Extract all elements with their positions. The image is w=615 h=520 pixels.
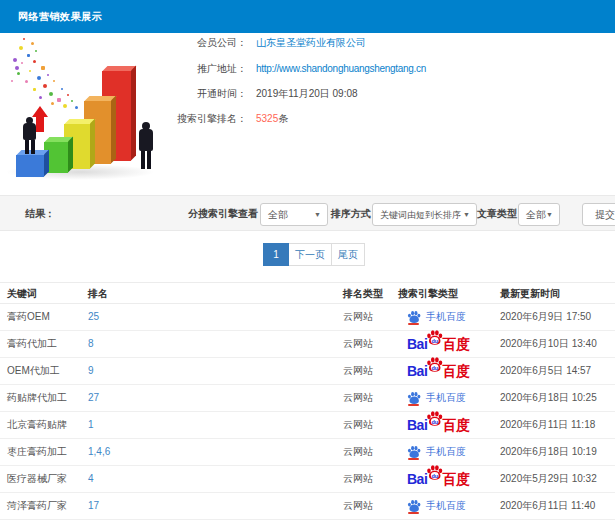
engine-filter-label: 分搜索引擎查看 xyxy=(150,207,258,221)
svg-text:du: du xyxy=(432,473,439,479)
baidu-logo-cn-text: 百度 xyxy=(442,412,470,438)
baidu-logo: Baidu百度 xyxy=(407,466,470,492)
engine-type-cell: 手机百度 xyxy=(407,439,466,465)
sort-label: 排序方式 xyxy=(331,207,371,221)
engine-type-cell: Baidu百度 xyxy=(407,331,470,357)
page-button-last[interactable]: 尾页 xyxy=(332,243,365,266)
update-time-cell: 2020年6月18日 10:19 xyxy=(500,439,597,465)
header-keyword: 关键词 xyxy=(7,283,37,304)
baidu-paw-icon: du xyxy=(426,355,443,381)
keyword-cell: 医疗器械厂家 xyxy=(7,466,67,492)
update-time-cell: 2020年5月29日 10:32 xyxy=(500,466,597,492)
rank-cell[interactable]: 17 xyxy=(88,493,99,519)
mobile-baidu-paw-icon xyxy=(407,499,420,514)
baidu-paw-icon: du xyxy=(426,409,443,435)
table-row: 药贴牌代加工27云网站手机百度2020年6月18日 10:25 xyxy=(0,385,615,412)
bar-chart-image xyxy=(5,36,170,182)
update-time-cell: 2020年6月10日 13:40 xyxy=(500,331,597,357)
rank-type-cell: 云网站 xyxy=(343,358,373,384)
page-button-next[interactable]: 下一页 xyxy=(289,243,332,266)
filter-bar: 结果： 分搜索引擎查看 全部 ▼ 排序方式 关键词由短到长排序 ▼ 文章类型 全… xyxy=(0,195,615,231)
mobile-baidu-label: 手机百度 xyxy=(426,493,466,519)
svg-text:du: du xyxy=(432,365,439,371)
baidu-logo-bai-text: Bai xyxy=(407,466,427,492)
mobile-baidu-logo: 手机百度 xyxy=(407,304,466,330)
businessman-figure-right xyxy=(139,122,153,169)
rank-count-value: 5325 xyxy=(256,113,278,124)
rank-cell[interactable]: 9 xyxy=(88,358,94,384)
header-update-time: 最新更新时间 xyxy=(500,283,560,304)
rank-type-cell: 云网站 xyxy=(343,412,373,438)
results-table: 关键词 排名 排名类型 搜索引擎类型 最新更新时间 膏药OEM25云网站手机百度… xyxy=(0,282,615,520)
update-time-cell: 2020年6月18日 10:25 xyxy=(500,385,597,411)
sort-select[interactable]: 关键词由短到长排序 ▼ xyxy=(372,203,477,226)
engine-filter-select[interactable]: 全部 ▼ xyxy=(260,203,328,226)
rank-cell[interactable]: 8 xyxy=(88,331,94,357)
keyword-cell: 药贴牌代加工 xyxy=(7,385,67,411)
rank-cell[interactable]: 25 xyxy=(88,304,99,330)
engine-type-cell: 手机百度 xyxy=(407,385,466,411)
rank-cell[interactable]: 1 xyxy=(88,412,94,438)
rank-cell[interactable]: 4 xyxy=(88,466,94,492)
mobile-baidu-label: 手机百度 xyxy=(426,304,466,330)
page-button-current[interactable]: 1 xyxy=(263,243,289,266)
svg-text:du: du xyxy=(432,338,439,344)
header-engine-type: 搜索引擎类型 xyxy=(398,283,458,304)
rank-type-cell: 云网站 xyxy=(343,385,373,411)
pagination: 1 下一页 尾页 xyxy=(263,243,365,266)
keyword-cell: 膏药代加工 xyxy=(7,331,57,357)
article-type-value: 全部 xyxy=(526,209,546,220)
update-time-cell: 2020年6月11日 11:18 xyxy=(500,412,595,438)
baidu-logo-cn-text: 百度 xyxy=(442,331,470,357)
baidu-logo: Baidu百度 xyxy=(407,331,470,357)
table-row: OEM代加工9云网站Baidu百度2020年6月5日 14:57 xyxy=(0,358,615,385)
mobile-baidu-paw-icon xyxy=(407,445,420,460)
mobile-baidu-logo: 手机百度 xyxy=(407,439,466,465)
mobile-baidu-paw-icon xyxy=(407,391,420,406)
baidu-paw-icon: du xyxy=(426,328,443,354)
rank-cell[interactable]: 1,4,6 xyxy=(88,439,110,465)
keyword-cell: 菏泽膏药厂家 xyxy=(7,493,67,519)
mobile-baidu-paw-icon xyxy=(407,310,420,325)
rank-type-cell: 云网站 xyxy=(343,331,373,357)
engine-type-cell: 手机百度 xyxy=(407,493,466,519)
update-time-cell: 2020年6月9日 17:50 xyxy=(500,304,591,330)
engine-type-cell: Baidu百度 xyxy=(407,466,470,492)
rank-cell[interactable]: 27 xyxy=(88,385,99,411)
rank-type-cell: 云网站 xyxy=(343,439,373,465)
article-type-label: 文章类型 xyxy=(477,207,517,221)
rank-type-cell: 云网站 xyxy=(343,466,373,492)
table-row: 膏药代加工8云网站Baidu百度2020年6月10日 13:40 xyxy=(0,331,615,358)
company-label: 会员公司： xyxy=(60,36,247,50)
page-title: 网络营销效果展示 xyxy=(18,0,102,33)
chevron-down-icon: ▼ xyxy=(546,204,553,225)
baidu-logo: Baidu百度 xyxy=(407,412,470,438)
article-type-select[interactable]: 全部 ▼ xyxy=(518,203,560,226)
promo-url-label: 推广地址： xyxy=(60,62,247,76)
table-row: 北京膏药贴牌1云网站Baidu百度2020年6月11日 11:18 xyxy=(0,412,615,439)
keyword-cell: OEM代加工 xyxy=(7,358,60,384)
chevron-down-icon: ▼ xyxy=(314,204,321,225)
rank-count-suffix: 条 xyxy=(278,113,288,124)
table-row: 枣庄膏药加工1,4,6云网站手机百度2020年6月18日 10:19 xyxy=(0,439,615,466)
info-row-company: 会员公司：山东皇圣堂药业有限公司 xyxy=(60,36,366,49)
engine-type-cell: Baidu百度 xyxy=(407,412,470,438)
baidu-logo-bai-text: Bai xyxy=(407,331,427,357)
mobile-baidu-logo: 手机百度 xyxy=(407,385,466,411)
chevron-down-icon: ▼ xyxy=(463,204,470,225)
baidu-paw-icon: du xyxy=(426,463,443,489)
engine-filter-value: 全部 xyxy=(268,209,288,220)
company-link[interactable]: 山东皇圣堂药业有限公司 xyxy=(256,37,366,48)
submit-button[interactable]: 提交 xyxy=(582,203,615,226)
keyword-cell: 北京膏药贴牌 xyxy=(7,412,67,438)
header-rank-type: 排名类型 xyxy=(343,283,383,304)
table-header-row: 关键词 排名 排名类型 搜索引擎类型 最新更新时间 xyxy=(0,282,615,304)
engine-type-cell: Baidu百度 xyxy=(407,358,470,384)
table-row: 膏药OEM25云网站手机百度2020年6月9日 17:50 xyxy=(0,304,615,331)
chart-bar-blue xyxy=(16,155,44,177)
rank-type-cell: 云网站 xyxy=(343,304,373,330)
baidu-logo-bai-text: Bai xyxy=(407,358,427,384)
baidu-logo: Baidu百度 xyxy=(407,358,470,384)
promo-url-link[interactable]: http://www.shandonghuangshengtang.cn xyxy=(256,63,426,74)
engine-type-cell: 手机百度 xyxy=(407,304,466,330)
